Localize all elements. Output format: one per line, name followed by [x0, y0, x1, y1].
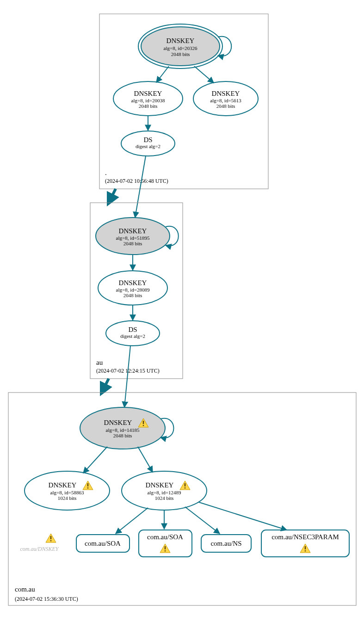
label: alg=8, id=14185 — [106, 427, 140, 433]
rr-nsec3: com.au/NSEC3PARAM — [261, 530, 349, 557]
node-au-ksk: DNSKEY alg=8, id=51895 2048 bits — [96, 218, 170, 255]
label: DNSKEY — [134, 90, 162, 97]
label: com.au/NSEC3PARAM — [271, 533, 339, 541]
label: alg=8, id=20038 — [131, 98, 165, 103]
label: DNSKEY — [49, 481, 77, 489]
zone-label-comau: com.au — [15, 586, 35, 593]
edge — [194, 66, 214, 83]
label: alg=8, id=5613 — [210, 98, 241, 103]
dnssec-diagram: . (2024-07-02 10:56:48 UTC) DNSKEY alg=8… — [0, 0, 364, 617]
delegation-au-comau — [102, 379, 109, 393]
label: alg=8, id=28089 — [116, 287, 150, 293]
label: 2048 bits — [216, 103, 235, 109]
zone-ts-root: (2024-07-02 10:56:48 UTC) — [105, 178, 168, 184]
edge-ds-to-au-ksk — [135, 156, 146, 218]
edge — [185, 507, 220, 534]
delegation-root-au — [109, 189, 116, 203]
label: DNSKEY — [119, 279, 147, 287]
label: alg=8, id=20326 — [164, 45, 197, 51]
label: digest alg=2 — [136, 143, 160, 149]
label: digest alg=2 — [120, 333, 145, 339]
label: alg=8, id=58863 — [50, 490, 84, 495]
node-root-zsk2: DNSKEY alg=8, id=5613 2048 bits — [193, 81, 258, 116]
label: DNSKEY — [146, 481, 174, 489]
label: alg=8, id=51895 — [116, 235, 150, 241]
edge — [83, 447, 107, 473]
node-root-ds: DS digest alg=2 — [121, 131, 175, 156]
rr-soa1: com.au/SOA — [76, 535, 130, 552]
zone-label-au: au — [96, 359, 103, 366]
node-comau-zsk1: DNSKEY alg=8, id=58863 1024 bits — [25, 471, 110, 510]
label: DS — [143, 136, 152, 143]
label: com.au/SOA — [147, 533, 183, 541]
label: DS — [128, 326, 137, 333]
node-comau-zsk2: DNSKEY alg=8, id=12489 1024 bits — [122, 471, 207, 510]
label: com.au/SOA — [85, 540, 121, 547]
edge — [138, 447, 153, 472]
label: com.au/DNSKEY — [20, 546, 59, 552]
label: 2048 bits — [123, 293, 142, 298]
node-comau-ksk: DNSKEY alg=8, id=14185 2048 bits — [80, 407, 165, 449]
ghost-dnskey: com.au/DNSKEY — [20, 534, 59, 552]
label: 2048 bits — [171, 51, 190, 57]
warning-icon — [46, 534, 56, 542]
label: 2048 bits — [123, 241, 142, 246]
label: alg=8, id=12489 — [148, 490, 181, 495]
rr-ns: com.au/NS — [201, 535, 251, 552]
label: com.au/NS — [210, 540, 241, 547]
label: DNSKEY — [212, 90, 240, 97]
edge — [156, 66, 169, 82]
node-root-ksk: DNSKEY alg=8, id=20326 2048 bits — [138, 24, 222, 69]
edge — [199, 502, 287, 530]
rr-soa2: com.au/SOA — [139, 530, 192, 557]
label: DNSKEY — [119, 227, 147, 235]
node-au-ds: DS digest alg=2 — [106, 321, 160, 346]
node-au-zsk: DNSKEY alg=8, id=28089 2048 bits — [98, 271, 167, 305]
zone-ts-comau: (2024-07-02 15:36:30 UTC) — [15, 596, 78, 602]
label: DNSKEY — [104, 419, 132, 426]
label: 1024 bits — [58, 495, 77, 501]
edge-ds-to-comau-ksk — [124, 346, 130, 407]
zone-label-root: . — [105, 169, 107, 176]
label: 1024 bits — [155, 495, 174, 501]
node-root-zsk1: DNSKEY alg=8, id=20038 2048 bits — [113, 81, 183, 116]
label: 2048 bits — [139, 103, 158, 109]
label: 2048 bits — [113, 433, 132, 438]
label: DNSKEY — [167, 37, 195, 44]
